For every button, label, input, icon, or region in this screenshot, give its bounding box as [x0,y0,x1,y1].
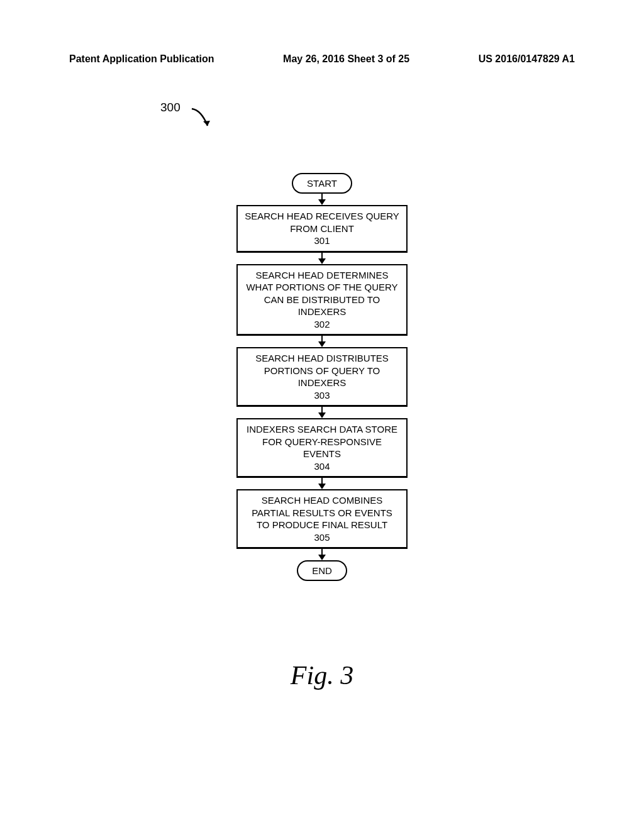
arrow-down-icon [318,341,326,347]
process-step-304: INDEXERS SEARCH DATA STORE FOR QUERY-RES… [236,418,408,478]
header-right: US 2016/0147829 A1 [479,53,575,65]
step-number: 301 [244,235,400,247]
connector [318,336,326,347]
connector [318,478,326,489]
arrow-down-icon [318,258,326,264]
process-step-305: SEARCH HEAD COMBINES PARTIAL RESULTS OR … [236,489,408,549]
process-step-302: SEARCH HEAD DETERMINES WHAT PORTIONS OF … [236,264,408,336]
step-text: INDEXERS SEARCH DATA STORE FOR QUERY-RES… [244,423,400,460]
connector [318,407,326,418]
reference-arrow-icon [189,104,220,135]
connector [318,194,326,205]
reference-number: 300 [160,101,180,114]
connector [318,253,326,264]
end-terminal: END [297,560,347,581]
page-header: Patent Application Publication May 26, 2… [0,53,644,65]
process-step-301: SEARCH HEAD RECEIVES QUERY FROM CLIENT 3… [236,205,408,253]
start-terminal: START [292,173,352,194]
header-center: May 26, 2016 Sheet 3 of 25 [283,53,409,65]
header-left: Patent Application Publication [69,53,214,65]
end-label: END [312,565,332,576]
step-number: 303 [244,389,400,402]
flowchart-container: START SEARCH HEAD RECEIVES QUERY FROM CL… [236,173,408,581]
step-text: SEARCH HEAD DISTRIBUTES PORTIONS OF QUER… [244,352,400,389]
arrow-down-icon [318,412,326,418]
step-number: 305 [244,531,400,544]
figure-label: Fig. 3 [291,660,353,690]
step-number: 302 [244,318,400,331]
step-text: SEARCH HEAD RECEIVES QUERY FROM CLIENT [244,210,400,235]
arrow-down-icon [318,484,326,489]
arrow-down-icon [318,555,326,560]
arrow-down-icon [318,199,326,205]
connector [318,549,326,560]
step-text: SEARCH HEAD COMBINES PARTIAL RESULTS OR … [244,494,400,531]
step-text: SEARCH HEAD DETERMINES WHAT PORTIONS OF … [244,269,400,318]
process-step-303: SEARCH HEAD DISTRIBUTES PORTIONS OF QUER… [236,347,408,407]
step-number: 304 [244,460,400,473]
start-label: START [307,178,337,189]
